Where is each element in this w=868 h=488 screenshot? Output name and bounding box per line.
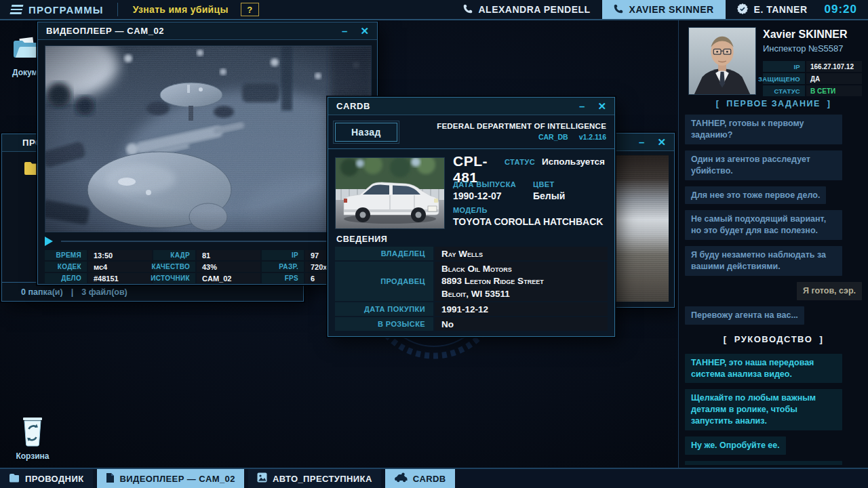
video-viewport[interactable]	[45, 45, 372, 232]
wanted-value: No	[435, 317, 608, 331]
chat-message: Для нее это тоже первое дело.	[685, 186, 826, 205]
stat-label: FPS	[262, 273, 304, 283]
stat-value: 13:50	[88, 250, 152, 260]
handler-sidebar: Xavier SKINNER Инспектор №S5587 IP 166.2…	[678, 20, 868, 468]
chat-message-tutorial: Щелкайте по любым важным деталям в ролик…	[685, 389, 842, 430]
taskbar-item-label: ПРОВОДНИК	[25, 474, 84, 484]
objective-label: Узнать имя убийцы	[121, 4, 241, 15]
stat-label: КОДЕК	[45, 262, 87, 272]
chat-message-tutorial: Как и в случае видео, вы можете щелкнуть…	[685, 461, 842, 465]
help-button[interactable]: ?	[241, 3, 259, 16]
video-controls	[45, 236, 372, 247]
minimize-button[interactable]: –	[579, 101, 585, 111]
progress-track[interactable]	[61, 241, 372, 242]
desktop-icon-recycle-bin[interactable]: Корзина	[11, 416, 54, 461]
info-value: 166.27.107.12	[806, 61, 862, 72]
taskbar-item-label: ВИДЕОПЛЕЕР — CAM_02	[120, 474, 235, 484]
chat-message: ТАННЕР, готовы к первому заданию?	[685, 115, 842, 144]
chat-message: Не самый подходящий вариант, но это буде…	[685, 210, 842, 240]
folder-icon	[9, 473, 20, 485]
handler-role: Инспектор №S5587	[763, 43, 844, 54]
minimize-button[interactable]: –	[639, 137, 644, 147]
contact-tab-e-tanner[interactable]: E. TANNER	[726, 0, 819, 19]
status-separator: |	[71, 287, 74, 297]
clock: 09:20	[819, 3, 868, 16]
chat-log[interactable]: [ ПЕРВОЕ ЗАДАНИЕ ] ТАННЕР, готовы к перв…	[685, 99, 862, 465]
programs-menu-button[interactable]: ПРОГРАММЫ	[0, 0, 115, 19]
info-value: ДА	[806, 73, 862, 84]
close-button[interactable]: ✕	[597, 101, 606, 111]
desktop-icon-label: Корзина	[11, 451, 54, 461]
stat-label: ИСТОЧНИК	[153, 273, 195, 283]
stat-value: CAM_02	[197, 273, 260, 283]
close-button[interactable]: ✕	[360, 26, 369, 36]
chat-message-tutorial: Ну же. Опробуйте ее.	[685, 436, 786, 455]
release-date-label: ДАТА ВЫПУСКА	[453, 180, 533, 188]
chat-section-guide: [ РУКОВОДСТВО ]	[724, 334, 824, 344]
programs-label: ПРОГРАММЫ	[28, 4, 104, 16]
seller-label: ПРОДАВЕЦ	[335, 262, 433, 301]
info-label: ЗАЩИЩЕНО	[763, 73, 805, 84]
app-version: v1.2.116	[579, 133, 606, 141]
stat-label: КАДР	[153, 250, 195, 260]
avatar	[688, 27, 756, 95]
video-player-window: ВИДЕОПЛЕЕР — CAM_02 – ✕	[37, 22, 378, 285]
chat-message-tutorial: ТАННЕР, это наша передовая система анали…	[685, 354, 842, 384]
recycle-bin-icon	[19, 440, 46, 449]
taskbar-item-videoplayer[interactable]: ВИДЕОПЛЕЕР — CAM_02	[97, 469, 244, 488]
app-name: CAR_DB	[538, 133, 568, 141]
cardb-header: Назад FEDERAL DEPARTMENT OF INTELLIGENCE…	[328, 116, 614, 149]
video-file-icon	[106, 472, 115, 485]
seller-value: Black Oil Motors 8893 Leeton Ridge Stree…	[435, 262, 608, 301]
folders-count: 0 папка(и)	[21, 287, 63, 297]
explorer-status-bar: 0 папка(и) | 3 файл(ов)	[2, 282, 303, 301]
seller-line: 8893 Leeton Ridge Street	[441, 275, 544, 287]
car-icon	[394, 472, 408, 485]
stat-label: КАЧЕСТВО	[153, 262, 195, 272]
phone-icon	[463, 4, 473, 16]
back-button[interactable]: Назад	[335, 123, 397, 142]
taskbar-item-suspect-photo[interactable]: АВТО_ПРЕСТУПНИКА	[248, 469, 381, 488]
chat-message: Я буду незаметно наблюдать за вашими дей…	[685, 246, 842, 276]
org-name: FEDERAL DEPARTMENT OF INTELLIGENCE	[437, 122, 606, 130]
details-table: ВЛАДЕЛЕЦ Ray Wells ПРОДАВЕЦ Black Oil Mo…	[335, 247, 608, 331]
seller-line: Black Oil Motors	[441, 263, 512, 275]
contact-tab-alexandra-pendell[interactable]: ALEXANDRA PENDELL	[452, 0, 602, 19]
stat-label: ВРЕМЯ	[45, 250, 87, 260]
phone-icon	[614, 4, 623, 16]
stat-label: ДЕЛО	[45, 273, 87, 283]
car-photo[interactable]	[335, 157, 445, 229]
chat-message: Перевожу агента на вас...	[685, 306, 804, 325]
hamburger-icon	[10, 5, 24, 14]
stat-value: 81	[197, 250, 260, 260]
contact-tab-xavier-skinner[interactable]: XAVIER SKINNER	[602, 0, 726, 19]
video-player-titlebar[interactable]: ВИДЕОПЛЕЕР — CAM_02 – ✕	[38, 22, 377, 40]
stat-value: мс4	[88, 262, 152, 272]
info-label: IP	[763, 61, 805, 72]
handler-info-table: IP 166.27.107.12 ЗАЩИЩЕНО ДА СТАТУС В СЕ…	[763, 61, 862, 96]
seller-line: Beloit, WI 53511	[441, 288, 510, 300]
purchase-date-value: 1991-12-12	[435, 302, 608, 316]
menu-bar: ПРОГРАММЫ Узнать имя убийцы ? ALEXANDRA …	[0, 0, 868, 20]
minimize-button[interactable]: –	[342, 26, 347, 36]
model-value: TOYOTA COROLLA HATCHBACK	[453, 216, 603, 227]
release-date-value: 1990-12-07	[453, 190, 533, 201]
status-value: Используется	[542, 157, 605, 167]
close-button[interactable]: ✕	[657, 137, 666, 147]
wanted-label: В РОЗЫСКЕ	[335, 317, 433, 331]
contact-name: ALEXANDRA PENDELL	[479, 4, 591, 15]
details-header: СВЕДЕНИЯ	[336, 235, 387, 244]
status-label: СТАТУС	[505, 158, 535, 166]
taskbar-item-cardb[interactable]: CARDB	[385, 469, 455, 488]
taskbar-item-label: CARDB	[413, 474, 446, 484]
taskbar-item-explorer[interactable]: ПРОВОДНИК	[0, 469, 93, 488]
cardb-titlebar[interactable]: CARDB – ✕	[328, 98, 614, 115]
purchase-date-label: ДАТА ПОКУПКИ	[335, 302, 433, 316]
video-stats-table: ВРЕМЯ 13:50 КАДР 81 IP 97 КОДЕК мс4 КАЧЕ…	[45, 250, 372, 283]
files-count: 3 файл(ов)	[81, 287, 127, 297]
owner-label: ВЛАДЕЛЕЦ	[335, 247, 433, 260]
contact-name: XAVIER SKINNER	[629, 4, 714, 15]
window-title: ВИДЕОПЛЕЕР — CAM_02	[46, 26, 164, 36]
window-title: CARDB	[336, 101, 370, 111]
play-button[interactable]	[45, 237, 53, 246]
